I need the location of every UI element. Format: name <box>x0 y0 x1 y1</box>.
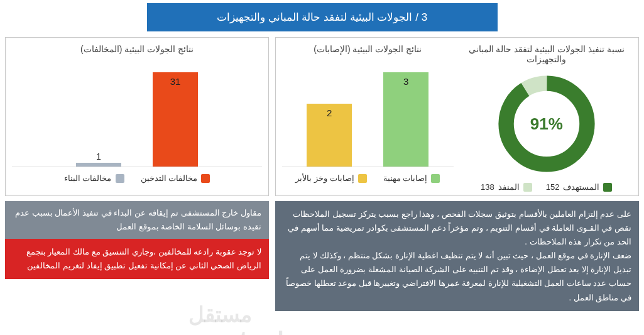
injuries-bar-prof: 3 <box>383 72 428 167</box>
swatch-target-icon <box>603 183 612 192</box>
violations-legend-smoking: مخالفات التدخين <box>141 173 198 183</box>
donut-center-value: 91% <box>493 70 600 177</box>
violations-bar-chart: 31 1 <box>12 60 262 167</box>
violations-bar-building-value: 1 <box>76 151 121 162</box>
swatch-prof-icon <box>431 174 440 183</box>
violations-panel: نتائج الجولات البيئية (المخالفات) 31 1 <box>5 37 269 196</box>
donut-legend-executed-label: المنفذ <box>498 182 520 192</box>
note-right: على عدم إلتزام العاملين بالأقسام بتوثيق … <box>275 201 639 311</box>
donut-title: نسبة تنفيذ الجولات البيئية لتفقد حالة ال… <box>461 44 633 64</box>
swatch-smoking-icon <box>201 174 210 183</box>
injuries-legend-prof: إصابات مهنية <box>383 173 428 183</box>
injuries-title: نتائج الجولات البيئية (الإصابات) <box>282 44 454 54</box>
violations-title: نتائج الجولات البيئية (المخالفات) <box>12 44 262 54</box>
swatch-building-icon <box>116 174 124 183</box>
right-panel: نسبة تنفيذ الجولات البيئية لتفقد حالة ال… <box>275 37 639 196</box>
injuries-bar-prof-value: 3 <box>403 76 408 87</box>
donut-legend: المستهدف 152 المنفذ 138 <box>461 182 633 192</box>
injuries-chart-box: نتائج الجولات البيئية (الإصابات) 3 2 <box>282 44 454 192</box>
violations-bar-building: 1 <box>76 163 121 167</box>
injuries-bar-chart: 3 2 <box>282 60 454 167</box>
injuries-bar-needle-value: 2 <box>327 107 332 118</box>
section-header: 3 / الجولات البيئية لتفقد حالة المباني و… <box>146 3 498 32</box>
swatch-needle-icon <box>358 174 367 183</box>
violations-bar-smoking-value: 31 <box>170 76 181 87</box>
donut-legend-target-value: 152 <box>546 182 560 192</box>
donut-chart: 91% <box>493 70 600 177</box>
donut-legend-target-label: المستهدف <box>563 182 599 192</box>
injuries-legend-needle: إصابات وخز بالأبر <box>295 173 354 183</box>
note-left-red: لا توجد عقوبة رادعه للمخالفين ،وجاري الت… <box>5 239 269 279</box>
donut-legend-executed-value: 138 <box>481 182 494 192</box>
injuries-legend: إصابات مهنية إصابات وخز بالأبر <box>282 173 454 183</box>
swatch-executed-icon <box>523 183 532 192</box>
donut-chart-box: نسبة تنفيذ الجولات البيئية لتفقد حالة ال… <box>461 44 633 192</box>
note-left-gray: مقاول خارج المستشفى تم إيقافه عن البداء … <box>5 201 269 239</box>
violations-legend: مخالفات التدخين مخالفات البناء <box>12 173 262 183</box>
violations-bar-smoking: 31 <box>153 72 198 167</box>
injuries-bar-needle: 2 <box>307 104 352 167</box>
violations-legend-building: مخالفات البناء <box>64 173 112 183</box>
